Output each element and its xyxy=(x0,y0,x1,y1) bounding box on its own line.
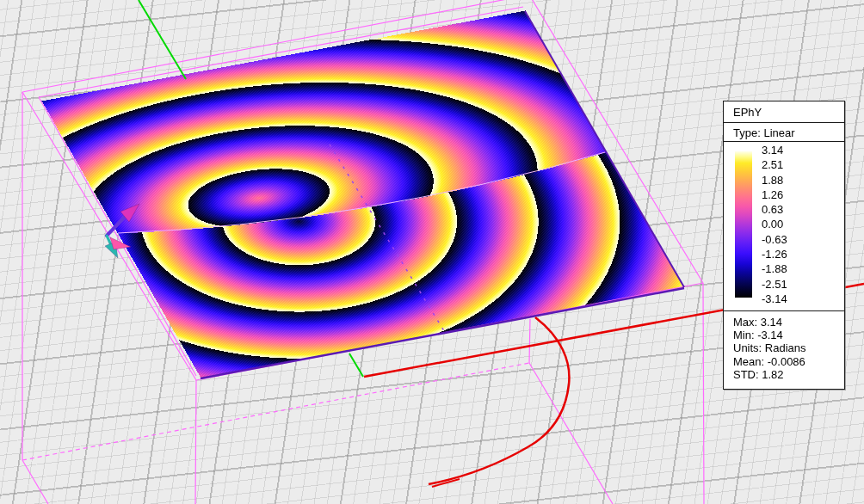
colorbar-tick: -2.51 xyxy=(762,279,787,290)
colorbar-tick: 0.00 xyxy=(762,218,787,230)
plane-seam-line xyxy=(118,152,605,233)
legend-panel[interactable]: EPhY Type: Linear 3.142.511.881.260.630.… xyxy=(723,101,845,390)
colorbar-tick: -0.63 xyxy=(762,234,787,245)
stat-line: Units: Radians xyxy=(733,341,844,354)
bounding-box-edge xyxy=(39,97,196,376)
legend-title: EPhY xyxy=(724,101,844,123)
bounding-box-edge xyxy=(195,380,196,504)
colorbar xyxy=(735,151,752,298)
green-axis-line xyxy=(139,0,186,79)
legend-stats: Max: 3.14Min: -3.14Units: RadiansMean: -… xyxy=(724,311,844,381)
bounding-box-edge xyxy=(39,7,523,97)
colorbar-tick: -3.14 xyxy=(762,293,787,304)
bounding-box-edge xyxy=(22,0,529,92)
surface-border-edge xyxy=(201,288,684,378)
bounding-box-edge xyxy=(22,460,48,504)
stat-line: Min: -3.14 xyxy=(733,329,844,341)
bounding-box-edge xyxy=(22,92,196,380)
surface-border-edge xyxy=(525,11,684,287)
green-axis-line xyxy=(349,353,363,377)
colorbar-tick: 1.26 xyxy=(762,189,787,200)
stat-line: Max: 3.14 xyxy=(733,316,844,329)
antenna-axis-arrowhead xyxy=(110,237,131,249)
colorbar-tick: 0.63 xyxy=(762,204,787,215)
colorbar-tick: 3.14 xyxy=(762,144,787,156)
colorbar-tick: -1.26 xyxy=(762,249,787,260)
bounding-box-edge xyxy=(529,319,530,363)
legend-colorbar-section: 3.142.511.881.260.630.00-0.63-1.26-1.88-… xyxy=(724,142,844,311)
hidden-edge-dashed xyxy=(330,144,446,334)
viewport-3d[interactable]: EPhY Type: Linear 3.142.511.881.260.630.… xyxy=(0,0,864,504)
bounding-box-edge xyxy=(703,283,704,504)
stat-line: Mean: -0.0086 xyxy=(733,355,844,368)
bounding-box-edge xyxy=(22,363,529,460)
stat-line: STD: 1.82 xyxy=(733,368,844,381)
legend-scale-type: Type: Linear xyxy=(724,123,844,142)
bounding-box-edge xyxy=(529,363,613,504)
colorbar-tick: -1.88 xyxy=(762,263,787,274)
colorbar-tick: 1.88 xyxy=(762,175,787,186)
bounding-box-edge xyxy=(529,0,703,283)
colorbar-tick: 2.51 xyxy=(762,159,787,170)
colorbar-tick-labels: 3.142.511.881.260.630.00-0.63-1.26-1.88-… xyxy=(762,144,787,304)
